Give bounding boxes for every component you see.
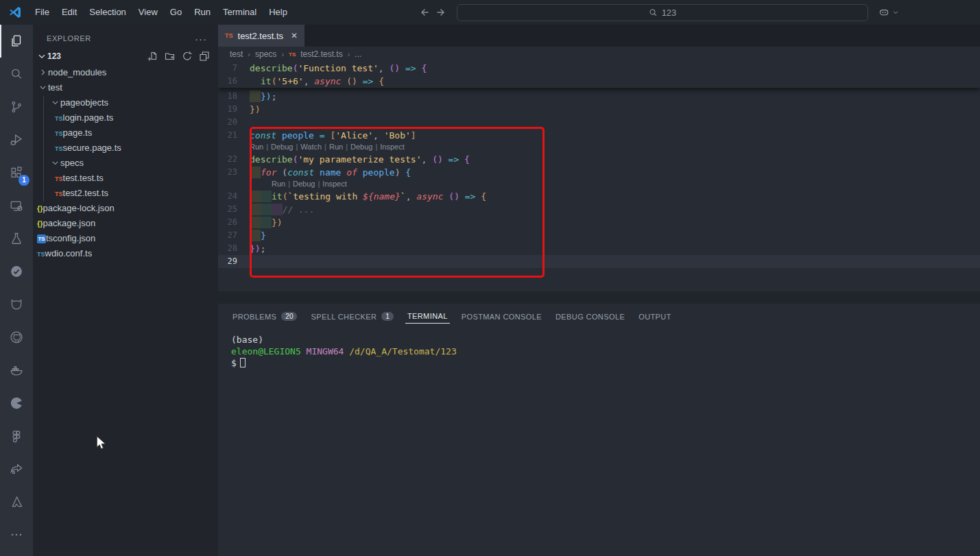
close-icon[interactable]: ✕	[291, 31, 298, 40]
token: {	[481, 191, 486, 202]
menu-edit[interactable]: Edit	[56, 0, 83, 25]
code-line-16[interactable]: 16it('5+6', async () => {	[218, 75, 980, 88]
code-editor[interactable]: 7describe('Function test', () => {16it('…	[218, 62, 980, 304]
activity-azure[interactable]	[0, 485, 33, 518]
code-line-24[interactable]: 24it(`testing with ${name}`, async () =>…	[218, 190, 980, 203]
activity-run-and-debug[interactable]	[0, 123, 33, 156]
breadcrumb-item-[interactable]: ...	[355, 49, 361, 59]
tree-item-test2-test-ts[interactable]: TStest2.test.ts	[33, 185, 218, 200]
code-line-28[interactable]: 28});	[218, 242, 980, 255]
menu-view[interactable]: View	[132, 0, 164, 25]
code-line-21[interactable]: 21const people = ['Alice', 'Bob']	[218, 129, 980, 142]
code-line-25[interactable]: 25// ...	[218, 203, 980, 216]
tree-item-test[interactable]: test	[33, 80, 218, 95]
tree-item-specs[interactable]: specs	[33, 155, 218, 170]
code-line-26[interactable]: 26})	[218, 216, 980, 229]
activity-check-circle[interactable]	[0, 255, 33, 288]
codelens-debug[interactable]: Debug	[350, 143, 372, 151]
codelens-run[interactable]: Run	[250, 143, 263, 151]
panel-tab-problems[interactable]: PROBLEMS20	[230, 309, 299, 324]
tree-indent-guide	[43, 96, 44, 202]
codelens-watch[interactable]: Watch	[300, 143, 322, 151]
tree-item-test-test-ts[interactable]: TStest.test.ts	[33, 170, 218, 185]
tree-item-tsconfig-json[interactable]: TStsconfig.json	[33, 230, 218, 245]
code-line-7[interactable]: 7describe('Function test', () => {	[218, 62, 980, 75]
codelens-inspect[interactable]: Inspect	[322, 180, 346, 188]
code-line-18[interactable]: 18});	[218, 90, 980, 103]
activity-github[interactable]	[0, 321, 33, 354]
sidebar-more-actions-icon[interactable]: ···	[195, 33, 207, 45]
codelens-inspect[interactable]: Inspect	[380, 143, 404, 151]
panel-tab-terminal[interactable]: TERMINAL	[405, 309, 450, 324]
line-tokens: const people = ['Alice', 'Bob']	[250, 129, 416, 142]
tree-item-page-ts[interactable]: TSpage.ts	[33, 125, 218, 140]
panel-tab-debug-console[interactable]: DEBUG CONSOLE	[553, 310, 627, 324]
tree-item-package-lock-json[interactable]: {}package-lock.json	[33, 200, 218, 215]
codelens-run[interactable]: Run	[329, 143, 343, 151]
tree-item-wdio-conf-ts[interactable]: TSwdio.conf.ts	[33, 245, 218, 261]
menu-run[interactable]: Run	[188, 0, 217, 25]
forward-icon[interactable]	[436, 7, 447, 18]
activity-more[interactable]	[0, 518, 33, 551]
project-header[interactable]: 123	[33, 48, 218, 64]
line-number: 23	[218, 166, 250, 179]
panel-tab-spell-checker[interactable]: SPELL CHECKER1	[309, 309, 395, 324]
breadcrumb-item-test[interactable]: test	[230, 49, 243, 59]
code-line-20[interactable]: 20	[218, 116, 980, 129]
token: const	[287, 167, 314, 178]
activity-search[interactable]	[0, 58, 33, 90]
line-content: })	[250, 103, 980, 116]
tree-item-login-page-ts[interactable]: TSlogin.page.ts	[33, 110, 218, 125]
tree-item-label: secure.page.ts	[63, 143, 121, 153]
token	[443, 154, 449, 165]
command-center-search[interactable]: 123	[457, 4, 868, 21]
breadcrumb-item-specs[interactable]: specs	[255, 49, 276, 59]
tree-item-secure-page-ts[interactable]: TSsecure.page.ts	[33, 140, 218, 155]
tab-test2-test-ts[interactable]: TS test2.test.ts ✕	[218, 25, 304, 47]
menu-help[interactable]: Help	[263, 0, 294, 25]
menu-terminal[interactable]: Terminal	[217, 0, 263, 25]
activity-testing-beaker[interactable]	[0, 222, 33, 255]
activity-pie-circle[interactable]	[0, 387, 33, 420]
menu-file[interactable]: File	[29, 0, 56, 25]
panel-tab-postman-console[interactable]: POSTMAN CONSOLE	[459, 310, 544, 324]
codelens-debug[interactable]: Debug	[271, 143, 293, 151]
tree-item-pageobjects[interactable]: pageobjects	[33, 95, 218, 110]
menu-go[interactable]: Go	[164, 0, 188, 25]
tree-item-node-modules[interactable]: node_modules	[33, 64, 218, 80]
tree-item-package-json[interactable]: {}package.json	[33, 215, 218, 230]
vscode-logo-icon	[8, 5, 22, 19]
new-folder-icon[interactable]	[165, 51, 176, 62]
refresh-icon[interactable]	[182, 51, 193, 62]
codelens-run[interactable]: Run	[272, 180, 285, 188]
activity-share[interactable]	[0, 452, 33, 485]
copilot-menu[interactable]	[878, 6, 899, 19]
panel-tab-output[interactable]: OUTPUT	[636, 310, 673, 324]
code-line-27[interactable]: 27}	[218, 229, 980, 242]
menu-selection[interactable]: Selection	[83, 0, 132, 25]
activity-remote-explorer[interactable]	[0, 189, 33, 222]
collapse-all-icon[interactable]	[199, 51, 210, 62]
activity-source-control[interactable]	[0, 90, 33, 123]
back-icon[interactable]	[418, 7, 429, 18]
terminal[interactable]: (base) eleon@LEGION5 MINGW64 /d/QA_A/Tes…	[218, 329, 980, 369]
tree-item-label: node_modules	[48, 67, 106, 77]
code-line-23[interactable]: 23for (const name of people) {	[218, 166, 980, 179]
breadcrumb-item-test2-test-ts[interactable]: test2.test.ts	[300, 49, 342, 59]
activity-extensions[interactable]: 1	[0, 156, 33, 189]
code-line-29[interactable]: 29	[218, 255, 980, 268]
activity-figma[interactable]	[0, 420, 33, 452]
activity-docker[interactable]	[0, 354, 33, 387]
breadcrumb-separator-icon: ›	[348, 50, 350, 58]
code-line-22[interactable]: 22describe('my parameterize tests', () =…	[218, 153, 980, 166]
token: ()	[346, 76, 357, 86]
activity-cat[interactable]	[0, 288, 33, 321]
ts-config-file-icon: TS	[37, 232, 46, 243]
codelens-debug[interactable]: Debug	[293, 180, 315, 188]
activity-explorer[interactable]	[0, 25, 33, 58]
new-file-icon[interactable]	[147, 51, 158, 62]
token: ,	[304, 76, 315, 86]
terminal-token: eleon@LEGION5	[231, 346, 301, 356]
menu-bar: FileEditSelectionViewGoRunTerminalHelp	[29, 0, 294, 25]
code-line-19[interactable]: 19})	[218, 103, 980, 116]
